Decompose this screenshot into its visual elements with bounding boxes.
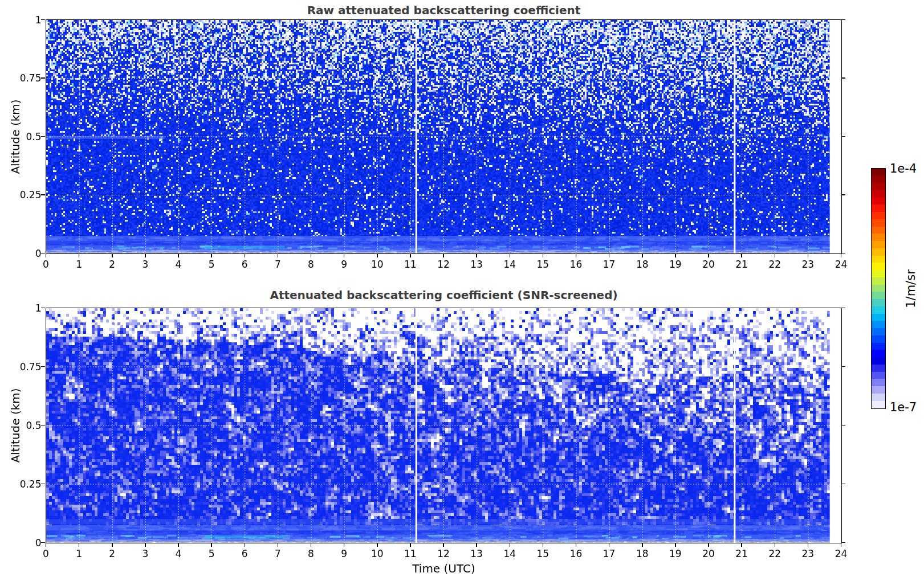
colorbar-segment <box>872 270 885 277</box>
y-tick-mark <box>41 194 45 195</box>
altitude-axis-label-bottom: Altitude (km) <box>9 388 22 463</box>
x-tick-label: 0 <box>30 548 62 559</box>
x-tick-label: 23 <box>792 259 824 270</box>
x-tick-mark <box>675 253 676 257</box>
x-tick-label: 12 <box>428 259 459 270</box>
x-tick-label: 17 <box>593 548 625 559</box>
y-tick-mark <box>41 253 45 254</box>
x-tick-label: 7 <box>262 548 294 559</box>
x-tick-mark <box>112 543 113 547</box>
x-tick-label: 23 <box>792 548 824 559</box>
y-tick-mark <box>841 542 845 543</box>
colorbar-segment <box>872 183 885 190</box>
x-tick-label: 10 <box>361 548 393 559</box>
x-tick-label: 22 <box>759 548 791 559</box>
screened-heatmap-canvas <box>46 308 841 543</box>
x-tick-mark <box>211 543 212 547</box>
x-tick-mark <box>377 253 378 257</box>
x-tick-mark <box>145 543 146 547</box>
x-tick-label: 11 <box>394 548 426 559</box>
x-tick-label: 5 <box>196 259 227 270</box>
raw-heatmap-canvas <box>46 20 841 253</box>
colorbar-segment <box>872 204 885 212</box>
colorbar-segment <box>872 292 885 299</box>
x-tick-mark <box>510 543 511 547</box>
x-tick-label: 15 <box>527 548 559 559</box>
colorbar <box>871 168 886 409</box>
x-tick-label: 11 <box>394 259 426 270</box>
x-tick-mark <box>278 543 279 547</box>
x-tick-label: 19 <box>660 259 691 270</box>
x-tick-mark <box>311 253 312 257</box>
x-tick-mark <box>609 543 610 547</box>
colorbar-min-label: 1e-7 <box>890 400 917 414</box>
x-tick-mark <box>410 253 411 257</box>
x-tick-label: 7 <box>262 259 294 270</box>
x-tick-label: 24 <box>825 548 857 559</box>
colorbar-segment <box>872 169 885 176</box>
x-tick-label: 12 <box>428 548 459 559</box>
x-tick-mark <box>609 253 610 257</box>
colorbar-segment <box>872 314 885 321</box>
colorbar-segment <box>872 277 885 285</box>
x-tick-mark <box>79 253 80 257</box>
colorbar-segment <box>872 285 885 292</box>
x-tick-mark <box>245 253 246 257</box>
colorbar-segment <box>872 379 885 386</box>
x-tick-label: 9 <box>328 259 360 270</box>
x-tick-label: 22 <box>759 259 791 270</box>
y-tick-mark <box>41 19 45 21</box>
y-tick-mark <box>41 542 45 543</box>
x-tick-mark <box>311 543 312 547</box>
x-tick-label: 5 <box>196 548 227 559</box>
y-tick-label: 1 <box>7 302 42 314</box>
x-tick-label: 1 <box>63 259 95 270</box>
colorbar-segment <box>872 190 885 198</box>
x-tick-mark <box>576 253 577 257</box>
x-tick-label: 14 <box>494 259 526 270</box>
x-tick-label: 24 <box>825 259 857 270</box>
x-tick-mark <box>245 543 246 547</box>
bottom-plot-title: Attenuated backscattering coefficient (S… <box>46 288 841 302</box>
time-axis-label: Time (UTC) <box>46 562 841 575</box>
x-tick-mark <box>476 543 477 547</box>
x-tick-mark <box>476 253 477 257</box>
x-tick-label: 4 <box>162 548 194 559</box>
x-tick-mark <box>443 543 444 547</box>
screened-backscatter-heatmap: 0123456789101112131415161718192021222324… <box>46 308 842 543</box>
y-tick-mark <box>41 136 45 137</box>
y-tick-mark <box>841 425 845 426</box>
x-tick-mark <box>112 253 113 257</box>
lidar-quicklook-figure: Raw attenuated backscattering coefficien… <box>0 0 924 581</box>
x-tick-mark <box>775 543 776 547</box>
colorbar-segment <box>872 394 885 401</box>
y-tick-label: 0 <box>7 537 42 549</box>
colorbar-segment <box>872 219 885 227</box>
x-tick-mark <box>741 253 742 257</box>
raw-backscatter-heatmap: 0123456789101112131415161718192021222324… <box>46 19 842 254</box>
x-tick-label: 20 <box>693 548 724 559</box>
y-tick-mark <box>41 425 45 426</box>
x-tick-mark <box>178 543 179 547</box>
y-tick-label: 1 <box>7 14 42 26</box>
y-tick-mark <box>841 253 845 254</box>
x-tick-label: 10 <box>361 259 393 270</box>
y-tick-label: 0 <box>7 248 42 259</box>
x-tick-mark <box>178 253 179 257</box>
x-tick-label: 8 <box>295 259 327 270</box>
x-tick-mark <box>708 253 709 257</box>
x-tick-label: 2 <box>96 259 128 270</box>
x-tick-label: 20 <box>693 259 724 270</box>
x-tick-label: 14 <box>494 548 526 559</box>
x-tick-mark <box>642 543 643 547</box>
x-tick-mark <box>211 253 212 257</box>
x-tick-label: 18 <box>626 548 658 559</box>
x-tick-label: 21 <box>726 548 758 559</box>
x-tick-label: 19 <box>660 548 691 559</box>
x-tick-label: 16 <box>560 259 592 270</box>
colorbar-segment <box>872 335 885 343</box>
colorbar-segment <box>872 321 885 328</box>
colorbar-segment <box>872 248 885 256</box>
colorbar-max-label: 1e-4 <box>890 162 917 175</box>
colorbar-segment <box>872 256 885 263</box>
